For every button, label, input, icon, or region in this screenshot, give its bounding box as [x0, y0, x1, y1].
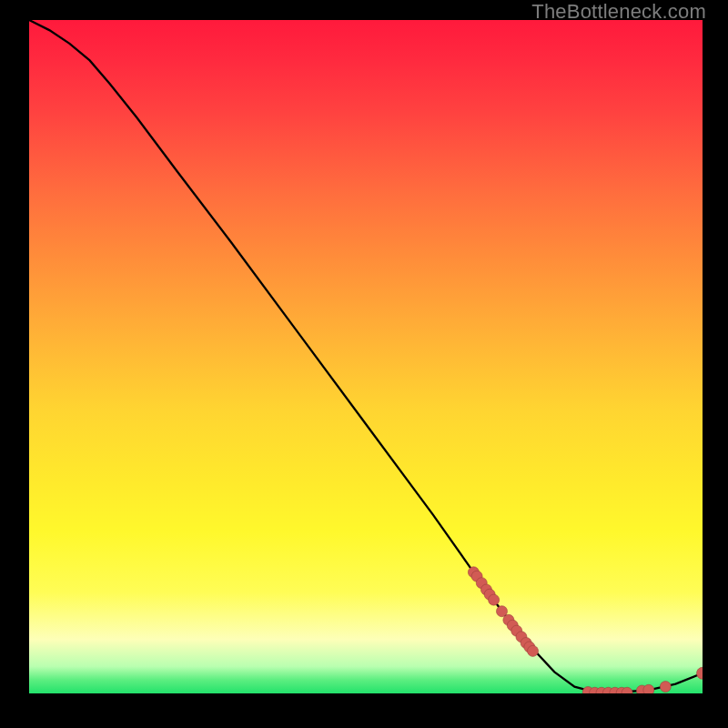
- watermark-text: TheBottleneck.com: [531, 0, 706, 24]
- data-marker: [643, 684, 654, 693]
- data-marker: [489, 594, 500, 605]
- data-marker: [697, 667, 703, 679]
- data-marker: [528, 645, 539, 656]
- chart-svg: [29, 20, 703, 693]
- bottleneck-curve: [29, 20, 703, 693]
- plot-area: [29, 20, 703, 693]
- data-markers: [468, 567, 703, 693]
- chart-stage: TheBottleneck.com: [0, 0, 728, 728]
- data-marker: [660, 682, 671, 693]
